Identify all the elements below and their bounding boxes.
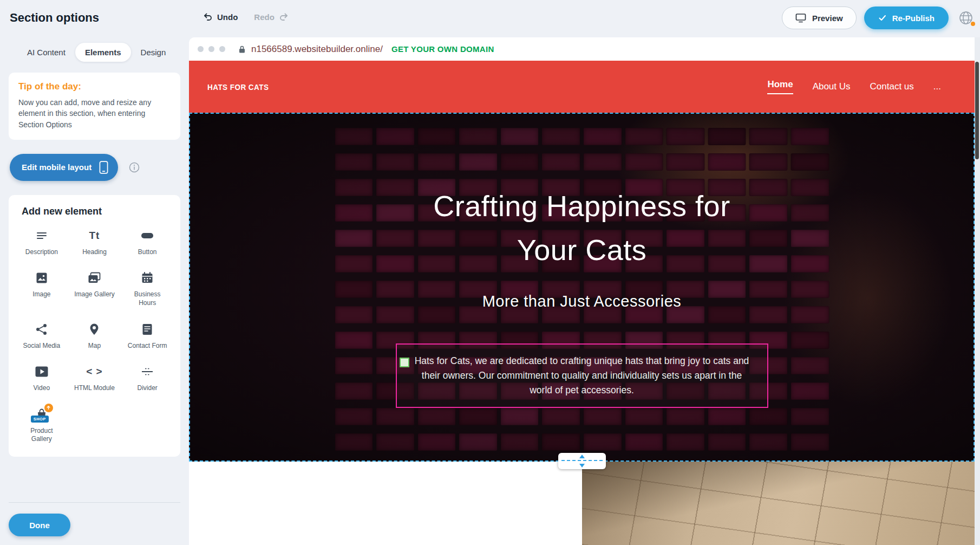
tab-design[interactable]: Design [131,43,176,62]
undo-icon [203,12,213,22]
element-label: Description [25,248,58,257]
get-domain-link[interactable]: GET YOUR OWN DOMAIN [391,44,494,54]
sidebar-tabs: AI Content Elements Design [9,43,180,62]
element-image[interactable]: Image [15,270,68,307]
lock-icon [238,45,246,54]
browser-chrome-bar: n1566589.websitebuilder.online/ GET YOUR… [189,37,975,61]
monitor-icon [795,13,806,23]
site-logo[interactable]: HATS FOR CATS [207,82,269,92]
site-preview-canvas: n1566589.websitebuilder.online/ GET YOUR… [189,37,975,545]
site-nav: Home About Us Contact us ... [767,79,941,94]
divider-icon [141,364,154,379]
section-resize-handle[interactable] [558,453,606,469]
hero-heading-line1: Crafting Happiness for [190,184,974,228]
heading-icon: Tt [89,228,100,243]
resize-dashed-line [561,460,603,461]
window-dot [208,46,214,52]
element-label: Divider [137,384,157,393]
check-icon [878,14,887,22]
next-section-photo [582,462,975,545]
history-controls: Undo Redo [203,12,289,22]
redo-icon [279,12,289,22]
nav-more[interactable]: ... [933,81,941,92]
notification-dot [971,22,975,26]
element-divider[interactable]: Divider [121,364,174,393]
element-label: Image [32,290,50,299]
element-business-hours[interactable]: Business Hours [121,270,174,307]
element-map[interactable]: Map [68,322,121,351]
element-description[interactable]: Description [15,228,68,257]
section-options-sidebar: AI Content Elements Design Tip of the da… [0,37,189,545]
done-button[interactable]: Done [9,514,70,536]
tip-of-the-day-card: Tip of the day: Now you can add, move an… [9,73,180,140]
undo-button[interactable]: Undo [203,12,238,22]
element-image-gallery[interactable]: Image Gallery [68,270,121,307]
description-icon [35,228,48,243]
redo-label: Redo [254,12,275,22]
republish-button[interactable]: Re-Publish [864,7,949,29]
arrow-down-icon [579,464,585,468]
topbar-actions: Preview Re-Publish [782,7,976,29]
element-label: Heading [82,248,107,257]
product-gallery-icon-wrap: SHOP [35,407,48,422]
shop-badge: SHOP [31,416,49,423]
element-heading[interactable]: Tt Heading [68,228,121,257]
preview-label: Preview [812,14,843,23]
image-icon [35,270,48,286]
image-gallery-icon [87,270,101,286]
element-video[interactable]: Video [15,364,68,393]
selected-text-element[interactable]: Hats for Cats, we are dedicated to craft… [396,343,768,408]
arrow-up-icon [579,455,585,458]
republish-label: Re-Publish [892,14,935,23]
map-pin-icon [88,322,100,337]
preview-scrollbar-thumb[interactable] [975,62,979,159]
business-hours-icon [141,270,154,286]
element-button[interactable]: Button [121,228,174,257]
preview-scrollbar-track[interactable] [975,37,980,545]
tab-elements[interactable]: Elements [75,43,131,62]
tab-ai-content[interactable]: AI Content [17,43,75,62]
site-header: HATS FOR CATS Home About Us Contact us .… [189,61,975,113]
preview-button[interactable]: Preview [782,7,857,29]
next-section [189,462,975,545]
topbar: Section options Undo Redo Preview Re-P [0,0,980,37]
hero-section-selected[interactable]: Crafting Happiness for Your Cats More th… [189,113,975,462]
hero-paragraph: Hats for Cats, we are dedicated to craft… [412,354,752,398]
add-new-element-card: Add new element Description Tt Heading B… [9,195,180,457]
site-url: n1566589.websitebuilder.online/ [251,44,383,55]
info-icon[interactable] [129,162,140,173]
element-grid: Description Tt Heading Button Image [15,228,174,444]
element-html-module[interactable]: < > HTML Module [68,364,121,393]
edit-mobile-label: Edit mobile layout [22,163,92,172]
nav-home[interactable]: Home [767,79,793,94]
social-media-icon [35,322,48,337]
language-globe-button[interactable] [956,8,976,28]
element-label: Contact Form [128,342,167,351]
hero-vignette [190,114,974,460]
hero-background [190,114,974,460]
upgrade-badge-icon [44,404,53,412]
hero-subheading[interactable]: More than Just Accessories [190,293,974,310]
element-product-gallery[interactable]: SHOP Product Gallery [15,407,68,444]
element-social-media[interactable]: Social Media [15,322,68,351]
element-label: Product Gallery [21,427,62,444]
element-label: Map [88,342,101,351]
element-label: Social Media [23,342,60,351]
element-label: Image Gallery [74,290,115,299]
phone-icon [99,160,108,174]
nav-about-us[interactable]: About Us [813,81,851,92]
next-section-blank [189,462,582,545]
tip-body: Now you can add, move and resize any ele… [18,97,171,130]
element-drag-handle[interactable] [400,358,409,367]
window-dot [198,46,204,52]
hero-heading-line2: Your Cats [190,228,974,272]
element-contact-form[interactable]: Contact Form [121,322,174,351]
video-icon [35,364,49,379]
nav-contact-us[interactable]: Contact us [870,81,914,92]
redo-button[interactable]: Redo [254,12,289,22]
edit-mobile-layout-button[interactable]: Edit mobile layout [10,154,118,181]
mobile-layout-row: Edit mobile layout [10,154,180,181]
window-dot [219,46,225,52]
sidebar-divider [9,502,180,503]
hero-heading[interactable]: Crafting Happiness for Your Cats [190,184,974,272]
